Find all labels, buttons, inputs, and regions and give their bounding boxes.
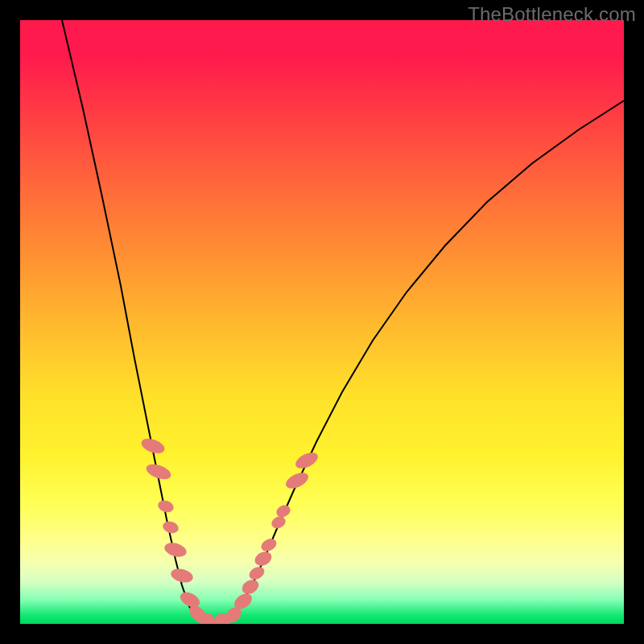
data-marker: [156, 498, 175, 514]
left-curve: [62, 20, 212, 623]
data-marker: [239, 577, 261, 597]
data-marker: [161, 519, 180, 535]
data-marker: [283, 469, 311, 492]
data-marker: [253, 549, 275, 568]
data-marker: [270, 514, 287, 530]
watermark-text: TheBottleneck.com: [468, 3, 636, 26]
chart-frame: TheBottleneck.com: [0, 0, 644, 644]
data-marker: [293, 449, 320, 472]
data-marker: [169, 567, 194, 585]
data-marker: [275, 503, 292, 519]
data-marker: [163, 540, 188, 559]
data-marker: [247, 564, 266, 582]
data-marker: [259, 536, 279, 553]
data-markers: [139, 436, 320, 624]
plot-area: [20, 20, 624, 624]
curves-svg: [20, 20, 624, 624]
